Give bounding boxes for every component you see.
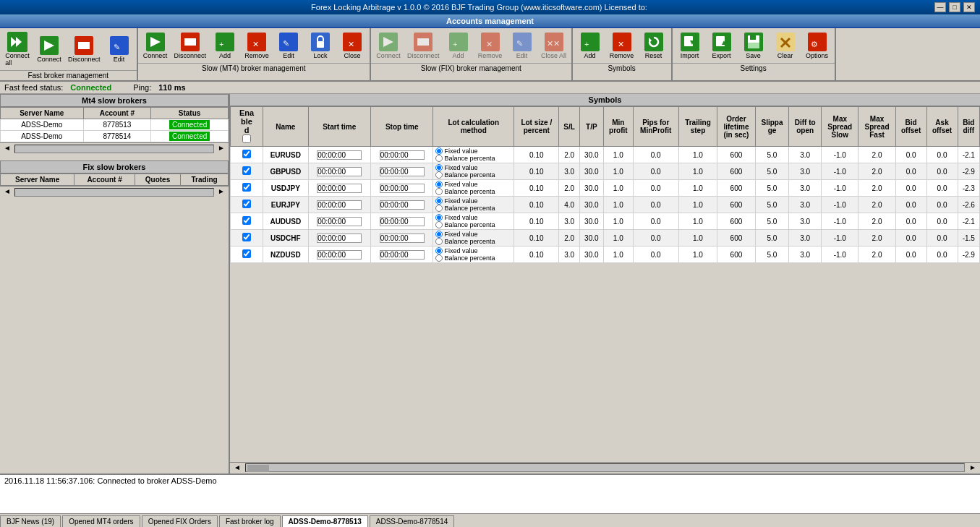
- enabled-checkbox[interactable]: [242, 183, 251, 192]
- fix-add-button[interactable]: + Add: [443, 30, 474, 61]
- sym-enabled[interactable]: [231, 163, 263, 180]
- balance-pct-radio[interactable]: [435, 254, 443, 262]
- sym-enabled[interactable]: [231, 147, 263, 163]
- sym-scroll-thumb[interactable]: [247, 465, 269, 472]
- balance-pct-radio[interactable]: [435, 221, 443, 228]
- symbol-row[interactable]: USDJPY Fixed value Balance percenta 0.10…: [231, 180, 980, 197]
- stop-time-input[interactable]: [380, 150, 425, 160]
- sym-start-time[interactable]: [308, 147, 370, 163]
- stop-time-input[interactable]: [380, 233, 425, 243]
- fixed-value-radio-label[interactable]: Fixed value: [435, 247, 477, 254]
- sym-stop-time[interactable]: [370, 230, 433, 247]
- sym-stop-time[interactable]: [370, 213, 433, 230]
- fixed-value-radio[interactable]: [435, 214, 443, 221]
- symbol-row[interactable]: USDCHF Fixed value Balance percenta 0.10…: [231, 230, 980, 247]
- connect-all-button[interactable]: Connectall: [1, 30, 33, 69]
- fixed-value-radio-label[interactable]: Fixed value: [435, 214, 477, 221]
- balance-pct-radio[interactable]: [435, 171, 443, 179]
- start-time-input[interactable]: [317, 250, 362, 260]
- start-time-input[interactable]: [317, 200, 362, 210]
- mt4-broker-row[interactable]: ADSS-Demo 8778513 Connected: [1, 119, 229, 131]
- fixed-value-radio-label[interactable]: Fixed value: [435, 147, 477, 155]
- enabled-checkbox[interactable]: [242, 166, 251, 175]
- stop-time-input[interactable]: [380, 167, 425, 176]
- fixed-value-radio-label[interactable]: Fixed value: [435, 164, 477, 171]
- symbol-row[interactable]: EURUSD Fixed value Balance percenta 0.10…: [231, 147, 980, 163]
- symbol-row[interactable]: NZDUSD Fixed value Balance percenta 0.10…: [231, 247, 980, 263]
- minimize-button[interactable]: —: [934, 2, 946, 12]
- sym-enabled[interactable]: [231, 180, 263, 197]
- sym-start-time[interactable]: [308, 163, 370, 180]
- right-scroll-arrow[interactable]: ►: [215, 144, 228, 154]
- sym-enabled[interactable]: [231, 230, 263, 247]
- balance-pct-radio[interactable]: [435, 238, 443, 245]
- edit-button[interactable]: ✎ Edit: [103, 30, 135, 69]
- symbols-table-wrapper[interactable]: Enabled Name Start time Stop time Lot ca…: [230, 106, 980, 462]
- mt4-broker-row[interactable]: ADSS-Demo 8778514 Connected: [1, 131, 229, 142]
- close-button[interactable]: ✕: [963, 2, 975, 12]
- balance-pct-radio-label[interactable]: Balance percenta: [435, 221, 495, 228]
- fix-disconnect-button[interactable]: Disconnect: [404, 30, 443, 61]
- balance-pct-radio[interactable]: [435, 205, 443, 212]
- mt4-edit-button[interactable]: ✎ Edit: [273, 30, 304, 61]
- sym-stop-time[interactable]: [370, 147, 433, 163]
- enabled-checkbox[interactable]: [242, 150, 251, 158]
- disconnect-button[interactable]: Disconnect: [65, 30, 103, 69]
- sym-reset-button[interactable]: Reset: [638, 30, 670, 61]
- sym-add-button[interactable]: + Add: [574, 30, 606, 61]
- sym-stop-time[interactable]: [370, 163, 433, 180]
- stop-time-input[interactable]: [380, 217, 425, 226]
- enabled-checkbox[interactable]: [242, 216, 251, 225]
- clear-button[interactable]: Clear: [770, 30, 801, 61]
- balance-pct-radio-label[interactable]: Balance percenta: [435, 254, 495, 262]
- tab-bjf-news[interactable]: BJF News (19): [0, 515, 61, 527]
- sym-enabled[interactable]: [231, 247, 263, 263]
- options-button[interactable]: ⚙ Options: [801, 30, 833, 61]
- mt4-remove-button[interactable]: ✕ Remove: [241, 30, 273, 61]
- mt4-connect-button[interactable]: Connect: [140, 30, 171, 61]
- fixed-value-radio[interactable]: [435, 197, 443, 205]
- sym-start-time[interactable]: [308, 197, 370, 213]
- tab-adss-demo-8778514[interactable]: ADSS-Demo-8778514: [370, 515, 455, 527]
- sym-start-time[interactable]: [308, 213, 370, 230]
- sym-start-time[interactable]: [308, 230, 370, 247]
- enabled-checkbox[interactable]: [242, 233, 251, 241]
- balance-pct-radio-label[interactable]: Balance percenta: [435, 238, 495, 245]
- fixed-value-radio-label[interactable]: Fixed value: [435, 181, 477, 188]
- start-time-input[interactable]: [317, 167, 362, 176]
- sym-stop-time[interactable]: [370, 247, 433, 263]
- fixed-value-radio[interactable]: [435, 147, 443, 155]
- mt4-disconnect-button[interactable]: Disconnect: [171, 30, 210, 61]
- mt4-lock-button[interactable]: Lock: [304, 30, 336, 61]
- fix-right-scroll-arrow[interactable]: ►: [215, 187, 228, 197]
- enabled-checkbox[interactable]: [242, 249, 251, 258]
- symbol-row[interactable]: GBPUSD Fixed value Balance percenta 0.10…: [231, 163, 980, 180]
- sym-left-scroll-arrow[interactable]: ◄: [231, 463, 244, 473]
- mt4-close-button[interactable]: ✕ Close: [336, 30, 368, 61]
- tab-opened-mt4[interactable]: Opened MT4 orders: [62, 515, 140, 527]
- sym-start-time[interactable]: [308, 247, 370, 263]
- sym-start-time[interactable]: [308, 180, 370, 197]
- sym-enabled[interactable]: [231, 197, 263, 213]
- balance-pct-radio-label[interactable]: Balance percenta: [435, 188, 495, 195]
- maximize-button[interactable]: □: [949, 2, 960, 12]
- select-all-checkbox[interactable]: [242, 134, 251, 143]
- sym-enabled[interactable]: [231, 213, 263, 230]
- balance-pct-radio[interactable]: [435, 155, 443, 162]
- fix-left-scroll-arrow[interactable]: ◄: [1, 187, 14, 197]
- fixed-value-radio[interactable]: [435, 164, 443, 171]
- sym-remove-button[interactable]: ✕ Remove: [606, 30, 638, 61]
- sym-stop-time[interactable]: [370, 180, 433, 197]
- balance-pct-radio-label[interactable]: Balance percenta: [435, 155, 495, 162]
- stop-time-input[interactable]: [380, 184, 425, 193]
- fix-close-all-button[interactable]: ✕✕ Close All: [538, 30, 570, 61]
- tab-opened-fix[interactable]: Opened FIX Orders: [142, 515, 218, 527]
- balance-pct-radio-label[interactable]: Balance percenta: [435, 171, 495, 179]
- symbol-row[interactable]: AUDUSD Fixed value Balance percenta 0.10…: [231, 213, 980, 230]
- sym-right-scroll-arrow[interactable]: ►: [966, 463, 979, 473]
- tab-fast-broker-log[interactable]: Fast broker log: [219, 515, 281, 527]
- sym-stop-time[interactable]: [370, 197, 433, 213]
- stop-time-input[interactable]: [380, 200, 425, 210]
- enabled-checkbox[interactable]: [242, 200, 251, 208]
- fixed-value-radio[interactable]: [435, 247, 443, 254]
